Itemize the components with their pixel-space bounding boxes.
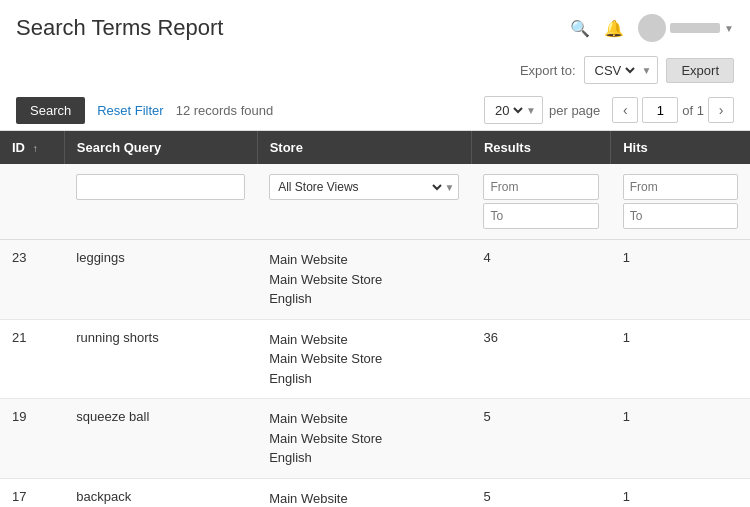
cell-hits: 1 xyxy=(611,240,750,320)
col-header-results: Results xyxy=(471,131,610,164)
user-menu[interactable]: ▼ xyxy=(638,14,734,42)
filter-results-to-input[interactable] xyxy=(483,203,598,229)
cell-id: 17 xyxy=(0,478,64,507)
bell-icon[interactable]: 🔔 xyxy=(604,19,624,38)
cell-results: 36 xyxy=(471,319,610,399)
col-header-hits: Hits xyxy=(611,131,750,164)
cell-results: 4 xyxy=(471,240,610,320)
cell-store: Main WebsiteMain Website StoreEnglish xyxy=(257,240,471,320)
per-page-label: per page xyxy=(549,103,600,118)
filter-query-cell[interactable] xyxy=(64,164,257,240)
page-title: Search Terms Report xyxy=(16,15,223,41)
table-row: 19squeeze ballMain WebsiteMain Website S… xyxy=(0,399,750,479)
filter-results-cell[interactable] xyxy=(471,164,610,240)
per-page-select[interactable]: 20 xyxy=(491,102,526,119)
table-row: 23leggingsMain WebsiteMain Website Store… xyxy=(0,240,750,320)
cell-store: Main WebsiteMain Website StoreEnglish xyxy=(257,399,471,479)
per-page-select-wrapper[interactable]: 20 ▼ xyxy=(484,96,543,124)
cell-id: 19 xyxy=(0,399,64,479)
chevron-down-icon: ▼ xyxy=(526,105,536,116)
filter-id-cell xyxy=(0,164,64,240)
page-number-input[interactable] xyxy=(642,97,678,123)
search-button[interactable]: Search xyxy=(16,97,85,124)
export-format-select[interactable]: CSV xyxy=(591,62,638,79)
filter-store-cell[interactable]: All Store Views ▼ xyxy=(257,164,471,240)
pagination-next-button[interactable]: › xyxy=(708,97,734,123)
col-header-query: Search Query xyxy=(64,131,257,164)
export-format-select-wrapper[interactable]: CSV ▼ xyxy=(584,56,659,84)
cell-store: Main WebsiteMain Website StoreEnglish xyxy=(257,319,471,399)
filter-hits-to-input[interactable] xyxy=(623,203,738,229)
filter-results-from-input[interactable] xyxy=(483,174,598,200)
export-label: Export to: xyxy=(520,63,576,78)
cell-results: 5 xyxy=(471,478,610,507)
filter-query-input[interactable] xyxy=(76,174,245,200)
chevron-down-icon: ▼ xyxy=(724,23,734,34)
filter-hits-from-input[interactable] xyxy=(623,174,738,200)
reset-filter-link[interactable]: Reset Filter xyxy=(97,103,163,118)
cell-results: 5 xyxy=(471,399,610,479)
search-terms-table: ID ↑ Search Query Store Results Hits xyxy=(0,131,750,507)
cell-hits: 1 xyxy=(611,478,750,507)
table-row: 21running shortsMain WebsiteMain Website… xyxy=(0,319,750,399)
cell-id: 23 xyxy=(0,240,64,320)
cell-query: squeeze ball xyxy=(64,399,257,479)
col-header-id[interactable]: ID ↑ xyxy=(0,131,64,164)
page-total-label: of 1 xyxy=(682,103,704,118)
filter-store-select[interactable]: All Store Views xyxy=(274,179,444,195)
pagination-prev-button[interactable]: ‹ xyxy=(612,97,638,123)
user-name-label xyxy=(670,23,720,33)
cell-query: leggings xyxy=(64,240,257,320)
cell-query: running shorts xyxy=(64,319,257,399)
sort-icon-id: ↑ xyxy=(33,143,38,154)
cell-hits: 1 xyxy=(611,319,750,399)
avatar xyxy=(638,14,666,42)
cell-query: backpack xyxy=(64,478,257,507)
chevron-down-icon: ▼ xyxy=(445,182,455,193)
filter-hits-cell[interactable] xyxy=(611,164,750,240)
cell-store: Main WebsiteMain Website StoreEnglish xyxy=(257,478,471,507)
cell-hits: 1 xyxy=(611,399,750,479)
search-icon[interactable]: 🔍 xyxy=(570,19,590,38)
export-button[interactable]: Export xyxy=(666,58,734,83)
table-row: 17backpackMain WebsiteMain Website Store… xyxy=(0,478,750,507)
chevron-down-icon: ▼ xyxy=(642,65,652,76)
records-found-label: 12 records found xyxy=(176,103,274,118)
cell-id: 21 xyxy=(0,319,64,399)
col-header-store: Store xyxy=(257,131,471,164)
